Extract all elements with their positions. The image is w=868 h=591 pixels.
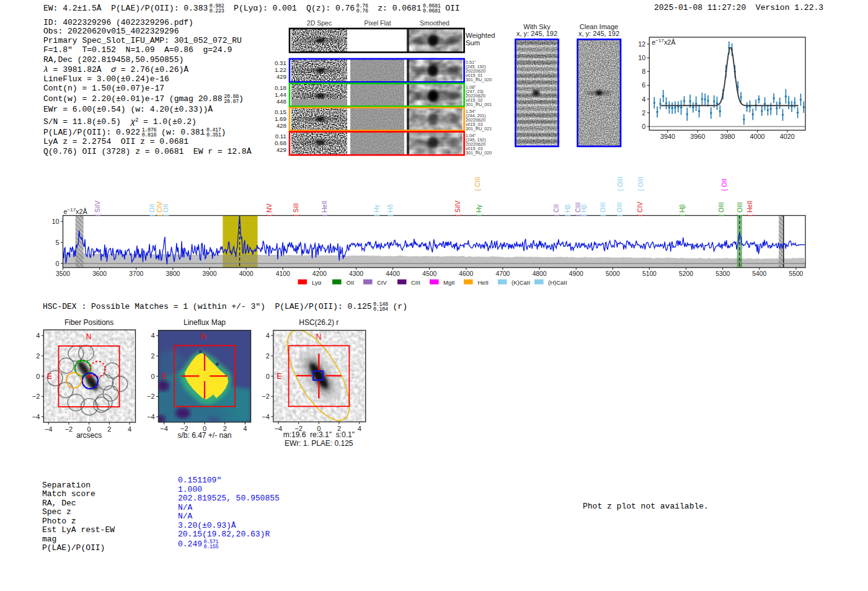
svg-text:(K)CaII: (K)CaII [512,279,530,286]
svg-text:4: 4 [243,425,247,432]
svg-text:1.44: 1.44 [275,91,287,98]
svg-text:{ HeII: { HeII [321,201,328,216]
svg-text:4900: 4900 [569,270,583,277]
svg-text:0: 0 [642,123,645,130]
svg-text:4400: 4400 [386,270,400,277]
svg-text:HeII: HeII [478,279,489,286]
svg-text:0.18: 0.18 [275,84,287,91]
svg-text:−4: −4 [147,413,155,420]
svg-text:0.31: 0.31 [275,60,286,66]
svg-text:4: 4 [36,332,40,339]
svg-text:−4: −4 [45,425,53,433]
svg-text:4500: 4500 [422,270,436,277]
svg-text:3800: 3800 [166,270,180,277]
svg-text:{ CIV: { CIV [637,202,644,216]
svg-text:4800: 4800 [533,270,547,277]
svg-text:{ SiIV: { SiIV [454,201,461,216]
svg-text:3700: 3700 [129,270,143,277]
svg-text:4200: 4200 [312,270,327,277]
svg-text:−2: −2 [65,425,73,433]
svg-text:4600: 4600 [459,270,473,277]
svg-text:OII: OII [347,279,355,286]
svg-text:x, y: 245, 192: x, y: 245, 192 [578,30,619,37]
svg-text:(H)CaII: (H)CaII [548,279,567,286]
svg-text:5200: 5200 [679,270,693,277]
svg-text:429: 429 [277,146,286,153]
svg-text:{ OIII: { OIII [718,202,725,216]
svg-text:3600: 3600 [92,270,107,277]
svg-text:4: 4 [642,96,645,103]
svg-text:Lineflux Map: Lineflux Map [184,318,226,327]
svg-text:0: 0 [55,260,59,267]
svg-text:1.69: 1.69 [275,115,286,122]
svg-text:e−17x2Å: e−17x2Å [64,207,88,215]
svg-text:3980: 3980 [720,133,735,140]
svg-text:0: 0 [266,373,270,380]
svg-text:−4: −4 [160,425,168,432]
svg-text:N: N [316,332,322,341]
svg-text:2: 2 [642,109,645,117]
svg-text:4100: 4100 [276,270,290,277]
svg-text:EWr: 1. PLAE: 0.125: EWr: 1. PLAE: 0.125 [285,439,353,448]
svg-text:301_RU_021: 301_RU_021 [466,126,492,131]
svg-text:Pixel Flat: Pixel Flat [364,19,391,27]
svg-text:Weighted: Weighted [466,32,495,39]
svg-text:2D Spec: 2D Spec [307,19,332,27]
svg-text:4: 4 [151,332,154,339]
svg-text:2: 2 [266,352,270,360]
svg-text:{ HeII: { HeII [746,201,753,216]
svg-text:{ CII: { CII [553,204,560,216]
svg-text:0.15: 0.15 [275,109,287,115]
svg-text:Sum: Sum [466,39,480,47]
svg-text:−2: −2 [147,393,155,400]
svg-text:N: N [201,332,206,341]
svg-text:0.11: 0.11 [275,133,286,140]
svg-text:429: 429 [277,73,286,80]
svg-text:arcsecs: arcsecs [76,431,102,440]
svg-text:{ CIII: { CIII [474,177,481,191]
svg-text:0: 0 [36,373,40,380]
svg-text:CIV: CIV [377,279,388,286]
svg-text:4000: 4000 [750,133,765,140]
svg-text:0.68: 0.68 [275,140,287,146]
svg-text:2: 2 [151,352,154,360]
svg-text:HSC(26.2) r: HSC(26.2) r [299,318,339,327]
svg-text:MgII: MgII [443,279,454,286]
svg-text:{ OII: { OII [149,204,156,216]
svg-text:6: 6 [642,81,645,89]
svg-text:5300: 5300 [715,270,730,277]
svg-text:2: 2 [107,425,111,433]
svg-text:{ Hβ: { Hβ [580,204,587,216]
svg-text:{ OII: { OII [162,204,169,216]
svg-text:{ OIII: { OIII [616,202,623,216]
svg-text:{ Hδ: { Hδ [387,204,394,216]
svg-text:−4: −4 [262,413,270,420]
svg-text:Lyα: Lyα [312,279,322,286]
svg-text:−4: −4 [32,413,40,420]
svg-text:{ SiII: { SiII [293,203,299,216]
svg-text:4020: 4020 [780,133,795,140]
svg-text:Smoothed: Smoothed [420,19,450,27]
svg-text:E: E [162,372,167,381]
svg-text:Fiber Positions: Fiber Positions [64,318,113,327]
svg-text:{ OIII: { OIII [600,202,606,216]
svg-text:{ OIII: { OIII [637,177,644,191]
svg-text:1.22: 1.22 [275,66,286,73]
svg-text:CIII: CIII [411,279,420,286]
svg-text:N: N [86,332,92,341]
svg-text:x, y: 245, 192: x, y: 245, 192 [516,30,557,37]
svg-text:3900: 3900 [203,270,217,277]
svg-text:10: 10 [51,218,59,225]
svg-text:448: 448 [277,98,287,105]
svg-text:4700: 4700 [495,270,510,277]
svg-text:3940: 3940 [660,133,675,140]
svg-text:{ NV: { NV [266,203,273,216]
svg-text:5500: 5500 [789,270,803,277]
svg-text:−2: −2 [262,393,270,400]
svg-text:3960: 3960 [690,133,705,140]
svg-text:5400: 5400 [752,270,766,277]
svg-text:301_RU_020: 301_RU_020 [466,150,492,156]
svg-text:5000: 5000 [606,270,620,277]
svg-text:8: 8 [642,68,645,75]
svg-text:4000: 4000 [239,270,254,277]
